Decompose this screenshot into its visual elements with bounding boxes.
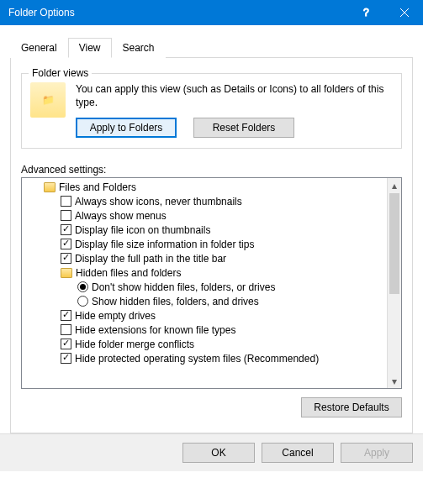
checkbox-icon[interactable] [61, 196, 71, 207]
tree-radio-item[interactable]: Don't show hidden files, folders, or dri… [24, 280, 399, 294]
tree-item-label: Don't show hidden files, folders, or dri… [92, 281, 275, 293]
tree-item-label: Hide empty drives [75, 310, 156, 322]
scroll-thumb[interactable] [389, 193, 399, 294]
ok-button[interactable]: OK [182, 443, 255, 463]
restore-defaults-button[interactable]: Restore Defaults [301, 397, 402, 417]
window-title: Folder Options [8, 7, 347, 18]
tree-item-label: Display file icon on thumbnails [75, 224, 210, 236]
checkbox-icon[interactable] [61, 239, 71, 249]
tree-item-label: Show hidden files, folders, and drives [92, 296, 259, 307]
checkbox-icon[interactable] [61, 339, 71, 349]
tree-item[interactable]: Hide empty drives [24, 308, 399, 323]
tree-item-label: Hide folder merge conflicts [75, 339, 194, 350]
folder-views-title: Folder views [29, 67, 92, 79]
advanced-settings-tree[interactable]: Files and Folders Always show icons, nev… [21, 177, 402, 389]
tab-bar: General View Search [10, 37, 413, 58]
tree-item-label: Hide protected operating system files (R… [75, 353, 319, 365]
tree-item[interactable]: Hide folder merge conflicts [24, 337, 399, 351]
tree-item[interactable]: Always show icons, never thumbnails [24, 194, 399, 208]
checkbox-icon[interactable] [61, 253, 71, 264]
tree-group: Hidden files and folders [24, 265, 399, 280]
tab-panel-view: Folder views 📁 You can apply this view (… [10, 58, 413, 433]
checkbox-icon[interactable] [61, 224, 71, 235]
folder-views-desc: You can apply this view (such as Details… [76, 82, 393, 109]
radio-icon[interactable] [77, 296, 88, 307]
checkbox-icon[interactable] [61, 324, 71, 335]
folder-icon [44, 182, 56, 192]
tree-item-label: Always show icons, never thumbnails [75, 196, 242, 207]
apply-button[interactable]: Apply [341, 443, 413, 463]
window-controls: ? [347, 0, 423, 25]
tree-group-label: Hidden files and folders [76, 267, 181, 279]
apply-to-folders-button[interactable]: Apply to Folders [76, 118, 177, 138]
radio-icon[interactable] [77, 281, 88, 292]
tree-item-label: Display the full path in the title bar [75, 253, 226, 265]
tree-item-label: Hide extensions for known file types [75, 324, 235, 336]
advanced-settings-label: Advanced settings: [21, 164, 402, 176]
tree-item-label: Display file size information in folder … [75, 239, 254, 250]
tree-root-label: Files and Folders [59, 181, 136, 193]
svg-text:?: ? [363, 8, 369, 18]
tree-radio-item[interactable]: Show hidden files, folders, and drives [24, 294, 399, 308]
titlebar: Folder Options ? [0, 0, 423, 25]
tree-item[interactable]: Display the full path in the title bar [24, 251, 399, 265]
checkbox-icon[interactable] [61, 210, 71, 221]
tree-item[interactable]: Hide extensions for known file types [24, 323, 399, 337]
folder-views-text: You can apply this view (such as Details… [76, 82, 393, 138]
scrollbar[interactable]: ▴ ▾ [387, 178, 401, 388]
tree-root: Files and Folders [24, 180, 399, 194]
dialog-footer: OK Cancel Apply [0, 433, 423, 471]
tree-item[interactable]: Display file icon on thumbnails [24, 223, 399, 237]
cancel-button[interactable]: Cancel [262, 443, 334, 463]
tab-general[interactable]: General [10, 38, 68, 58]
checkbox-icon[interactable] [61, 310, 71, 321]
help-button[interactable]: ? [347, 0, 385, 25]
tree-item[interactable]: Always show menus [24, 208, 399, 223]
tree-item[interactable]: Hide protected operating system files (R… [24, 351, 399, 365]
dialog-body: General View Search Folder views 📁 You c… [0, 25, 423, 433]
folder-views-icon: 📁 [30, 82, 66, 118]
scroll-up-icon[interactable]: ▴ [388, 178, 401, 192]
close-button[interactable] [385, 0, 423, 25]
tab-view[interactable]: View [68, 38, 112, 58]
folder-icon [61, 268, 72, 278]
folder-views-group: Folder views 📁 You can apply this view (… [21, 73, 402, 149]
checkbox-icon[interactable] [61, 353, 71, 364]
tree-item[interactable]: Display file size information in folder … [24, 237, 399, 251]
scroll-down-icon[interactable]: ▾ [388, 374, 401, 388]
tab-search[interactable]: Search [112, 38, 166, 58]
tree-item-label: Always show menus [75, 210, 167, 222]
reset-folders-button[interactable]: Reset Folders [193, 118, 294, 138]
